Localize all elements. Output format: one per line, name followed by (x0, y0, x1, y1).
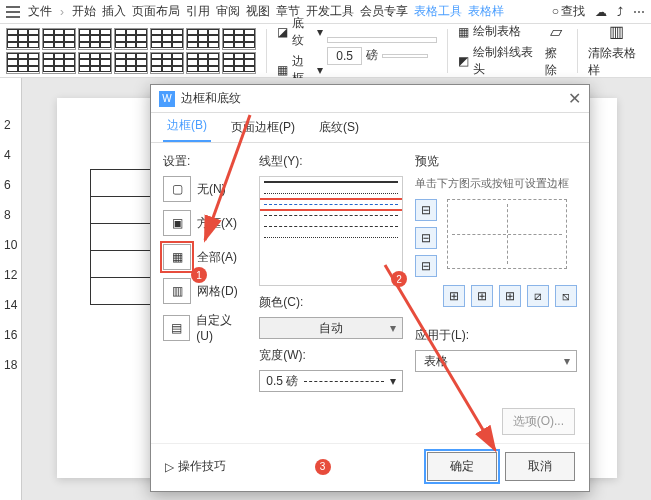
border-diag2-button[interactable]: ⧅ (555, 285, 577, 307)
set-none-icon[interactable]: ▢ (163, 176, 191, 202)
shading-label[interactable]: 底纹 (292, 15, 313, 49)
set-box-label: 方框(X) (197, 215, 237, 232)
diagonal-label[interactable]: 绘制斜线表头 (473, 44, 540, 78)
set-all-label: 全部(A) (197, 249, 237, 266)
play-icon: ▷ (165, 460, 174, 474)
dialog-title: 边框和底纹 (181, 90, 241, 107)
width-dropdown[interactable]: 0.5 磅▾ (259, 370, 403, 392)
preview-column: 预览 单击下方图示或按钮可设置边框 ⊟ ⊟ ⊟ ⊞ ⊞ ⊞ ⧄ ⧅ 应用于(L)… (415, 153, 577, 433)
set-grid-icon[interactable]: ▥ (163, 278, 191, 304)
app-icon: W (159, 91, 175, 107)
tab-layout[interactable]: 页面布局 (132, 3, 180, 20)
tab-table-tools[interactable]: 表格工具 (414, 3, 462, 20)
tab-home[interactable]: 开始 (72, 3, 96, 20)
set-custom-icon[interactable]: ▤ (163, 315, 190, 341)
border-left-button[interactable]: ⊞ (443, 285, 465, 307)
dialog-tabs: 边框(B) 页面边框(P) 底纹(S) (151, 113, 589, 143)
badge-3: 3 (315, 459, 331, 475)
border-top-button[interactable]: ⊟ (415, 199, 437, 221)
tab-vip[interactable]: 会员专享 (360, 3, 408, 20)
more-icon[interactable]: ⋯ (633, 5, 645, 19)
preview-hint: 单击下方图示或按钮可设置边框 (415, 176, 577, 191)
cancel-button[interactable]: 取消 (505, 452, 575, 481)
color-dropdown[interactable]: 自动 (259, 317, 403, 339)
badge-1: 1 (191, 267, 207, 283)
preview-label: 预览 (415, 153, 577, 170)
file-menu[interactable]: 文件 (28, 3, 52, 20)
hamburger-icon[interactable] (6, 6, 20, 18)
apply-dropdown[interactable]: 表格 (415, 350, 577, 372)
close-icon[interactable]: ✕ (568, 89, 581, 108)
draw-table-icon[interactable]: ▦ (458, 25, 469, 39)
set-box-icon[interactable]: ▣ (163, 210, 191, 236)
border-bottom-button[interactable]: ⊟ (415, 255, 437, 277)
tab-review[interactable]: 审阅 (216, 3, 240, 20)
search-box[interactable]: 查找 (552, 3, 585, 20)
eraser-icon[interactable]: ▱ (550, 22, 562, 41)
document-table[interactable] (90, 170, 152, 305)
options-button[interactable]: 选项(O)... (502, 408, 575, 435)
preview-canvas[interactable] (447, 199, 567, 269)
width-value[interactable]: 0.5 (327, 47, 362, 65)
draw-table-label[interactable]: 绘制表格 (473, 23, 521, 40)
ok-button[interactable]: 确定 (427, 452, 497, 481)
border-mid-v-button[interactable]: ⊞ (471, 285, 493, 307)
borders-shading-dialog: W 边框和底纹 ✕ 边框(B) 页面边框(P) 底纹(S) 设置: ▢无(N) … (150, 84, 590, 492)
dialog-footer: ▷操作技巧 3 确定 取消 (151, 443, 589, 489)
tab-insert[interactable]: 插入 (102, 3, 126, 20)
settings-label: 设置: (163, 153, 247, 170)
cloud-icon[interactable]: ☁ (595, 5, 607, 19)
tab-border[interactable]: 边框(B) (163, 111, 211, 142)
settings-column: 设置: ▢无(N) ▣方框(X) ▦全部(A) ▥网格(D) ▤自定义(U) 1 (163, 153, 247, 433)
badge-2: 2 (391, 271, 407, 287)
ribbon: ◪底纹▾ ▦边框▾ 0.5磅 ▦绘制表格 ◩绘制斜线表头 ▱ 擦除 ▥ 清除表格… (0, 24, 651, 78)
set-none-label: 无(N) (197, 181, 226, 198)
width-label: 宽度(W): (259, 347, 403, 364)
color-label: 颜色(C): (259, 294, 403, 311)
width-unit: 磅 (366, 47, 378, 64)
clear-style-label[interactable]: 清除表格样 (588, 45, 645, 79)
eraser-label[interactable]: 擦除 (545, 45, 568, 79)
border-right-button[interactable]: ⊞ (499, 285, 521, 307)
tips-link[interactable]: ▷操作技巧 (165, 458, 226, 475)
share-icon[interactable]: ⤴ (617, 5, 623, 19)
diagonal-icon[interactable]: ◩ (458, 54, 469, 68)
shading-icon[interactable]: ◪ (277, 25, 288, 39)
tab-shading[interactable]: 底纹(S) (315, 113, 363, 142)
selected-line-style[interactable] (264, 204, 398, 205)
border-mid-h-button[interactable]: ⊟ (415, 227, 437, 249)
tab-table-style[interactable]: 表格样 (468, 3, 504, 20)
dialog-titlebar: W 边框和底纹 ✕ (151, 85, 589, 113)
border-diag1-button[interactable]: ⧄ (527, 285, 549, 307)
line-style-list[interactable] (259, 176, 403, 286)
tab-view[interactable]: 视图 (246, 3, 270, 20)
chevron-icon: › (60, 5, 64, 19)
tab-ref[interactable]: 引用 (186, 3, 210, 20)
vertical-ruler: 246 81012 141618 (0, 78, 22, 500)
app-topbar: 文件 › 开始 插入 页面布局 引用 审阅 视图 章节 开发工具 会员专享 表格… (0, 0, 651, 24)
set-grid-label: 网格(D) (197, 283, 238, 300)
clear-style-icon[interactable]: ▥ (609, 22, 624, 41)
set-custom-label: 自定义(U) (196, 312, 247, 343)
style-column: 线型(Y): 2 颜色(C): 自动 宽度(W): 0.5 磅▾ (259, 153, 403, 433)
set-all-icon[interactable]: ▦ (163, 244, 191, 270)
table-style-gallery[interactable] (6, 28, 256, 74)
border-icon[interactable]: ▦ (277, 63, 288, 77)
style-label: 线型(Y): (259, 153, 403, 170)
apply-label: 应用于(L): (415, 327, 577, 344)
tab-page-border[interactable]: 页面边框(P) (227, 113, 299, 142)
